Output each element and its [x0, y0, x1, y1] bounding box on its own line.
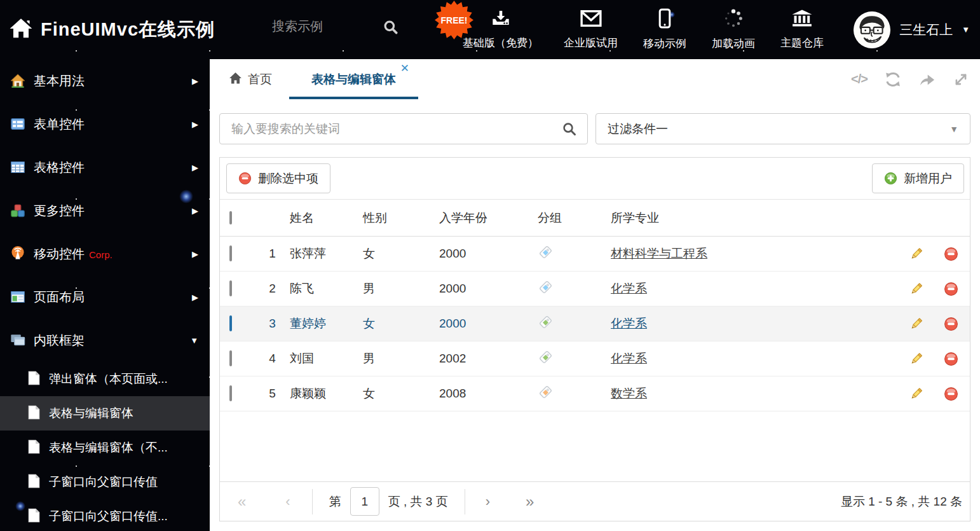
major-link[interactable]: 化学系	[611, 317, 647, 330]
major-link[interactable]: 材料科学与工程系	[611, 247, 707, 260]
download-icon	[491, 9, 511, 31]
edit-button[interactable]	[900, 387, 932, 401]
edit-button[interactable]	[900, 247, 932, 261]
code-icon[interactable]: </>	[851, 72, 868, 86]
user-name: 三生石上	[899, 21, 953, 39]
sidebar-subitem-grid-edit-window-2[interactable]: 表格与编辑窗体（不...	[0, 431, 210, 465]
tag-icon	[538, 249, 554, 263]
cell-name: 董婷婷	[290, 315, 363, 332]
chevron-right-icon: ▶	[192, 206, 198, 216]
delete-button[interactable]	[932, 387, 970, 401]
sidebar-item-basic-usage[interactable]: 基本用法 ▶	[0, 59, 210, 102]
nav-item-mobile-demo[interactable]: 移动示例	[643, 8, 686, 51]
sidebar-item-form-controls[interactable]: 表单控件 ▶	[0, 102, 210, 146]
file-icon	[28, 474, 40, 491]
edit-button[interactable]	[900, 352, 932, 366]
column-header-group[interactable]: 分组	[538, 210, 611, 226]
prev-page-button[interactable]: ‹	[285, 495, 290, 509]
table-row[interactable]: 5 康颖颖 女 2008 数学系	[220, 376, 970, 411]
nav-item-theme-repo[interactable]: 主题仓库	[780, 9, 824, 50]
sidebar-subitem-child-to-parent-2[interactable]: 子窗口向父窗口传值...	[0, 499, 210, 531]
row-number: 3	[255, 317, 290, 331]
sidebar: 基本用法 ▶ 表单控件 ▶ 表格控件 ▶ 更多控件 ▶ 移动控件 Corp. ▶	[0, 59, 210, 531]
sidebar-item-more-controls[interactable]: 更多控件 ▶	[0, 189, 210, 232]
page-number-input[interactable]	[350, 487, 379, 516]
app-logo[interactable]: FineUIMvc在线示例	[9, 0, 215, 59]
close-icon[interactable]: ✕	[400, 63, 409, 74]
cell-name: 刘国	[290, 350, 363, 367]
table-row[interactable]: 1 张萍萍 女 2000 材料科学与工程系	[220, 237, 970, 272]
sidebar-subitem-popup-window[interactable]: 弹出窗体（本页面或...	[0, 362, 210, 396]
cell-group	[538, 384, 611, 403]
search-icon[interactable]	[562, 121, 577, 137]
tab-bar: 首页 表格与编辑窗体 ✕ </>	[210, 59, 980, 99]
nav-item-basic-edition[interactable]: 基础版（免费）	[463, 9, 538, 50]
first-page-button[interactable]: «	[238, 494, 246, 509]
table-row[interactable]: 2 陈飞 男 2000 化学系	[220, 272, 970, 307]
delete-button[interactable]	[932, 352, 970, 366]
nav-item-loading-animation[interactable]: 加载动画	[712, 8, 755, 51]
delete-button[interactable]	[932, 247, 970, 261]
row-checkbox[interactable]	[229, 315, 232, 331]
major-link[interactable]: 化学系	[611, 352, 647, 365]
cell-gender: 女	[363, 245, 439, 262]
cell-group	[538, 279, 611, 298]
last-page-button[interactable]: »	[526, 494, 534, 509]
row-checkbox[interactable]	[229, 385, 232, 401]
cell-gender: 女	[363, 315, 439, 332]
column-header-gender[interactable]: 性别	[363, 210, 439, 226]
sidebar-item-mobile-controls[interactable]: 移动控件 Corp. ▶	[0, 232, 210, 275]
tag-icon	[538, 284, 554, 298]
header-search-icon[interactable]	[383, 19, 399, 38]
page-label-pre: 第	[329, 493, 341, 510]
tab-grid-edit-window[interactable]: 表格与编辑窗体 ✕	[289, 59, 418, 99]
chevron-right-icon: ▶	[192, 163, 198, 172]
nav-item-enterprise-trial[interactable]: 企业版试用	[564, 9, 618, 50]
sidebar-item-page-layout[interactable]: 页面布局 ▶	[0, 275, 210, 319]
layout-icon	[10, 289, 26, 305]
spinner-icon	[723, 8, 744, 31]
row-checkbox[interactable]	[229, 245, 232, 261]
tab-home[interactable]: 首页	[229, 59, 272, 99]
sidebar-item-inline-frame[interactable]: 内联框架 ▼	[0, 319, 210, 362]
filter-dropdown[interactable]: 过滤条件一 ▼	[595, 113, 970, 144]
column-header-year[interactable]: 入学年份	[439, 210, 538, 226]
header-search-input[interactable]	[272, 19, 377, 34]
major-link[interactable]: 数学系	[611, 387, 647, 400]
table-row[interactable]: 4 刘国 男 2002 化学系	[220, 341, 970, 376]
edit-button[interactable]	[900, 317, 932, 331]
free-badge: FREE!	[435, 1, 473, 39]
share-icon[interactable]	[918, 72, 936, 87]
delete-selected-button[interactable]: 删除选中项	[226, 163, 330, 193]
cell-group	[538, 349, 611, 368]
expand-icon[interactable]	[953, 72, 969, 87]
edit-button[interactable]	[900, 282, 932, 296]
sidebar-item-grid-controls[interactable]: 表格控件 ▶	[0, 146, 210, 189]
frames-icon	[10, 333, 26, 348]
row-number: 5	[255, 387, 290, 401]
chevron-down-icon: ▼	[949, 124, 958, 134]
delete-button[interactable]	[932, 317, 970, 331]
keyword-search-input[interactable]	[220, 122, 562, 136]
nav-label: 移动示例	[643, 36, 686, 51]
sidebar-subitem-child-to-parent[interactable]: 子窗口向父窗口传值	[0, 465, 210, 499]
sidebar-subitem-grid-edit-window[interactable]: 表格与编辑窗体	[0, 396, 210, 431]
cell-gender: 男	[363, 280, 439, 297]
user-menu[interactable]: 三生石上 ▼	[854, 0, 970, 59]
column-header-major[interactable]: 所学专业	[611, 210, 900, 226]
cell-year: 2002	[439, 352, 538, 366]
keyword-search-box	[219, 113, 588, 144]
pagination-bar: « ‹ 第 页 , 共 3 页 › » 显示 1 - 5 条 , 共 12 条	[220, 481, 970, 521]
select-all-checkbox[interactable]	[229, 211, 232, 224]
row-checkbox[interactable]	[229, 280, 232, 296]
delete-button[interactable]	[932, 282, 970, 296]
add-user-button[interactable]: 新增用户	[872, 163, 964, 193]
row-number: 1	[255, 247, 290, 261]
row-checkbox[interactable]	[229, 350, 232, 366]
refresh-icon[interactable]	[885, 71, 901, 88]
column-header-name[interactable]: 姓名	[290, 210, 363, 226]
table-icon	[10, 160, 26, 175]
table-row[interactable]: 3 董婷婷 女 2000 化学系	[220, 307, 970, 341]
next-page-button[interactable]: ›	[486, 495, 490, 509]
major-link[interactable]: 化学系	[611, 282, 647, 295]
